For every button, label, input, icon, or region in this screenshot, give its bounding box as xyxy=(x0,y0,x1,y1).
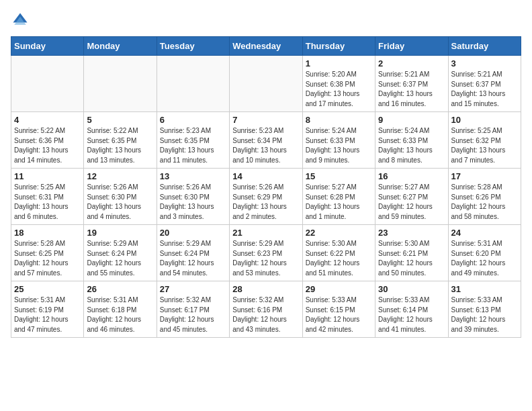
calendar-day-cell xyxy=(230,56,302,112)
day-number: 22 xyxy=(306,228,372,238)
page-header xyxy=(11,11,521,30)
calendar-day-cell: 5Sunrise: 5:22 AM Sunset: 6:35 PM Daylig… xyxy=(84,112,157,169)
day-info: Sunrise: 5:29 AM Sunset: 6:24 PM Dayligh… xyxy=(160,239,226,278)
calendar-week-row: 18Sunrise: 5:28 AM Sunset: 6:25 PM Dayli… xyxy=(11,225,521,281)
day-number: 30 xyxy=(378,284,445,294)
day-info: Sunrise: 5:24 AM Sunset: 6:33 PM Dayligh… xyxy=(378,126,445,165)
day-info: Sunrise: 5:22 AM Sunset: 6:35 PM Dayligh… xyxy=(87,126,153,165)
day-info: Sunrise: 5:28 AM Sunset: 6:26 PM Dayligh… xyxy=(451,183,518,222)
calendar-day-cell: 15Sunrise: 5:27 AM Sunset: 6:28 PM Dayli… xyxy=(302,169,375,225)
calendar-day-cell: 30Sunrise: 5:33 AM Sunset: 6:14 PM Dayli… xyxy=(375,281,448,338)
col-header-wednesday: Wednesday xyxy=(230,37,302,56)
calendar-day-cell: 27Sunrise: 5:32 AM Sunset: 6:17 PM Dayli… xyxy=(157,281,229,338)
calendar-day-cell: 9Sunrise: 5:24 AM Sunset: 6:33 PM Daylig… xyxy=(375,112,448,169)
day-info: Sunrise: 5:24 AM Sunset: 6:33 PM Dayligh… xyxy=(306,126,372,165)
day-number: 13 xyxy=(160,171,226,181)
calendar-day-cell xyxy=(11,56,84,112)
day-info: Sunrise: 5:26 AM Sunset: 6:30 PM Dayligh… xyxy=(87,183,153,222)
day-number: 8 xyxy=(306,115,372,125)
calendar-day-cell: 31Sunrise: 5:33 AM Sunset: 6:13 PM Dayli… xyxy=(448,281,521,338)
day-number: 9 xyxy=(378,115,445,125)
calendar-day-cell: 6Sunrise: 5:23 AM Sunset: 6:35 PM Daylig… xyxy=(157,112,229,169)
day-number: 16 xyxy=(378,171,445,181)
day-info: Sunrise: 5:32 AM Sunset: 6:17 PM Dayligh… xyxy=(160,295,226,334)
day-info: Sunrise: 5:23 AM Sunset: 6:34 PM Dayligh… xyxy=(232,126,299,165)
calendar-day-cell: 2Sunrise: 5:21 AM Sunset: 6:37 PM Daylig… xyxy=(375,56,448,112)
day-info: Sunrise: 5:31 AM Sunset: 6:20 PM Dayligh… xyxy=(451,239,518,278)
day-number: 29 xyxy=(306,284,372,294)
calendar-day-cell: 11Sunrise: 5:25 AM Sunset: 6:31 PM Dayli… xyxy=(11,169,84,225)
day-info: Sunrise: 5:26 AM Sunset: 6:30 PM Dayligh… xyxy=(160,183,226,222)
calendar-day-cell: 16Sunrise: 5:27 AM Sunset: 6:27 PM Dayli… xyxy=(375,169,448,225)
calendar-day-cell: 29Sunrise: 5:33 AM Sunset: 6:15 PM Dayli… xyxy=(302,281,375,338)
day-number: 3 xyxy=(451,58,518,68)
calendar-day-cell: 13Sunrise: 5:26 AM Sunset: 6:30 PM Dayli… xyxy=(157,169,229,225)
calendar-day-cell: 24Sunrise: 5:31 AM Sunset: 6:20 PM Dayli… xyxy=(448,225,521,281)
calendar-day-cell: 10Sunrise: 5:25 AM Sunset: 6:32 PM Dayli… xyxy=(448,112,521,169)
calendar-day-cell: 4Sunrise: 5:22 AM Sunset: 6:36 PM Daylig… xyxy=(11,112,84,169)
calendar-day-cell: 21Sunrise: 5:29 AM Sunset: 6:23 PM Dayli… xyxy=(230,225,302,281)
calendar-week-row: 4Sunrise: 5:22 AM Sunset: 6:36 PM Daylig… xyxy=(11,112,521,169)
day-info: Sunrise: 5:30 AM Sunset: 6:21 PM Dayligh… xyxy=(378,239,445,278)
day-number: 12 xyxy=(87,171,153,181)
col-header-friday: Friday xyxy=(375,37,448,56)
calendar-week-row: 11Sunrise: 5:25 AM Sunset: 6:31 PM Dayli… xyxy=(11,169,521,225)
day-info: Sunrise: 5:21 AM Sunset: 6:37 PM Dayligh… xyxy=(451,70,518,109)
calendar-header-row: SundayMondayTuesdayWednesdayThursdayFrid… xyxy=(11,37,521,56)
calendar-week-row: 1Sunrise: 5:20 AM Sunset: 6:38 PM Daylig… xyxy=(11,56,521,112)
day-info: Sunrise: 5:26 AM Sunset: 6:29 PM Dayligh… xyxy=(232,183,299,222)
calendar-day-cell: 22Sunrise: 5:30 AM Sunset: 6:22 PM Dayli… xyxy=(302,225,375,281)
calendar-day-cell: 23Sunrise: 5:30 AM Sunset: 6:21 PM Dayli… xyxy=(375,225,448,281)
day-number: 2 xyxy=(378,58,445,68)
col-header-thursday: Thursday xyxy=(302,37,375,56)
day-number: 7 xyxy=(232,115,299,125)
day-info: Sunrise: 5:27 AM Sunset: 6:27 PM Dayligh… xyxy=(378,183,445,222)
day-number: 19 xyxy=(87,228,153,238)
day-number: 1 xyxy=(306,58,372,68)
calendar-table: SundayMondayTuesdayWednesdayThursdayFrid… xyxy=(11,36,521,338)
day-info: Sunrise: 5:25 AM Sunset: 6:31 PM Dayligh… xyxy=(14,183,81,222)
day-number: 21 xyxy=(232,228,299,238)
day-info: Sunrise: 5:31 AM Sunset: 6:18 PM Dayligh… xyxy=(87,295,153,334)
day-info: Sunrise: 5:30 AM Sunset: 6:22 PM Dayligh… xyxy=(306,239,372,278)
day-info: Sunrise: 5:27 AM Sunset: 6:28 PM Dayligh… xyxy=(306,183,372,222)
col-header-tuesday: Tuesday xyxy=(157,37,229,56)
calendar-day-cell: 1Sunrise: 5:20 AM Sunset: 6:38 PM Daylig… xyxy=(302,56,375,112)
day-info: Sunrise: 5:21 AM Sunset: 6:37 PM Dayligh… xyxy=(378,70,445,109)
calendar-day-cell: 28Sunrise: 5:32 AM Sunset: 6:16 PM Dayli… xyxy=(230,281,302,338)
day-number: 11 xyxy=(14,171,81,181)
day-number: 31 xyxy=(451,284,518,294)
col-header-sunday: Sunday xyxy=(11,37,84,56)
calendar-day-cell: 14Sunrise: 5:26 AM Sunset: 6:29 PM Dayli… xyxy=(230,169,302,225)
day-info: Sunrise: 5:33 AM Sunset: 6:13 PM Dayligh… xyxy=(451,295,518,334)
day-number: 18 xyxy=(14,228,81,238)
day-info: Sunrise: 5:31 AM Sunset: 6:19 PM Dayligh… xyxy=(14,295,81,334)
calendar-day-cell: 25Sunrise: 5:31 AM Sunset: 6:19 PM Dayli… xyxy=(11,281,84,338)
day-number: 6 xyxy=(160,115,226,125)
calendar-week-row: 25Sunrise: 5:31 AM Sunset: 6:19 PM Dayli… xyxy=(11,281,521,338)
day-info: Sunrise: 5:33 AM Sunset: 6:15 PM Dayligh… xyxy=(306,295,372,334)
calendar-day-cell: 20Sunrise: 5:29 AM Sunset: 6:24 PM Dayli… xyxy=(157,225,229,281)
day-number: 4 xyxy=(14,115,81,125)
day-number: 5 xyxy=(87,115,153,125)
day-number: 15 xyxy=(306,171,372,181)
day-number: 26 xyxy=(87,284,153,294)
day-number: 27 xyxy=(160,284,226,294)
col-header-saturday: Saturday xyxy=(448,37,521,56)
day-info: Sunrise: 5:20 AM Sunset: 6:38 PM Dayligh… xyxy=(306,70,372,109)
day-number: 10 xyxy=(451,115,518,125)
day-number: 17 xyxy=(451,171,518,181)
calendar-day-cell xyxy=(84,56,157,112)
day-info: Sunrise: 5:29 AM Sunset: 6:23 PM Dayligh… xyxy=(232,239,299,278)
calendar-day-cell: 18Sunrise: 5:28 AM Sunset: 6:25 PM Dayli… xyxy=(11,225,84,281)
day-info: Sunrise: 5:25 AM Sunset: 6:32 PM Dayligh… xyxy=(451,126,518,165)
calendar-day-cell: 19Sunrise: 5:29 AM Sunset: 6:24 PM Dayli… xyxy=(84,225,157,281)
day-number: 20 xyxy=(160,228,226,238)
day-info: Sunrise: 5:28 AM Sunset: 6:25 PM Dayligh… xyxy=(14,239,81,278)
calendar-day-cell xyxy=(157,56,229,112)
calendar-day-cell: 8Sunrise: 5:24 AM Sunset: 6:33 PM Daylig… xyxy=(302,112,375,169)
day-info: Sunrise: 5:33 AM Sunset: 6:14 PM Dayligh… xyxy=(378,295,445,334)
day-info: Sunrise: 5:23 AM Sunset: 6:35 PM Dayligh… xyxy=(160,126,226,165)
logo xyxy=(11,11,32,30)
calendar-day-cell: 7Sunrise: 5:23 AM Sunset: 6:34 PM Daylig… xyxy=(230,112,302,169)
